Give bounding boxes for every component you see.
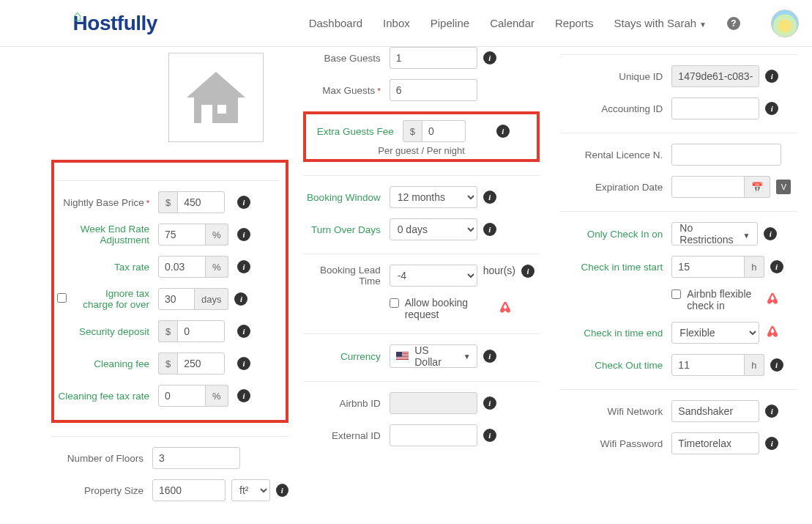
help-icon[interactable]: ? [727,17,740,30]
nav-links: Dashboard Inbox Pipeline Calendar Report… [309,10,799,37]
expiration-input[interactable] [671,176,745,198]
weekend-rate-input[interactable] [158,224,206,246]
checkin-end-select[interactable]: Flexible [671,322,759,344]
info-icon[interactable]: i [237,260,250,273]
column-details: Unique ID i Accounting ID i Rental Licen… [560,47,797,512]
avatar[interactable] [771,10,799,37]
info-icon[interactable]: i [483,191,496,204]
info-icon[interactable]: i [237,196,250,209]
only-checkin-select[interactable]: No Restrictions ▼ [671,222,758,246]
percent-unit: % [206,256,228,278]
booking-window-select[interactable]: 12 months [390,186,477,208]
security-deposit-input[interactable] [177,320,225,342]
extra-guests-label: Extra Guests Fee [310,126,397,137]
info-icon[interactable]: i [483,396,496,410]
currency-symbol: $ [403,120,422,142]
info-icon[interactable]: i [483,223,496,236]
info-icon[interactable]: i [765,405,778,418]
ignore-tax-checkbox[interactable] [57,293,67,303]
ignore-tax-label: Ignore tax charge for over [76,288,152,310]
airbnb-flex-checkbox[interactable] [671,289,681,299]
expiration-label: Expiration Date [560,182,666,193]
floors-input[interactable] [152,447,240,469]
currency-symbol: $ [158,353,177,374]
info-icon[interactable]: i [483,350,496,363]
info-icon[interactable]: i [237,389,250,402]
max-guests-label: Max Guests [303,85,384,96]
top-nav: ⌂ Hostfully Dashboard Inbox Pipeline Cal… [0,0,812,47]
info-icon[interactable]: i [765,102,778,115]
currency-select[interactable]: US Dollar ▼ [390,344,477,368]
max-guests-input[interactable] [390,79,477,101]
info-icon[interactable]: i [770,260,783,273]
info-icon[interactable]: i [765,437,778,450]
info-icon[interactable]: i [234,292,247,306]
validate-button[interactable]: V [776,180,791,194]
extra-guests-highlight-box: Extra Guests Fee $ i Per guest / Per nig… [303,111,540,162]
nav-inbox[interactable]: Inbox [383,17,410,29]
info-icon[interactable]: i [483,51,496,64]
airbnb-flex-label: Airbnb flexible check in [687,288,759,311]
allow-request-checkbox[interactable] [390,298,399,308]
wifi-pass-label: Wifi Password [560,438,666,449]
info-icon[interactable]: i [237,228,250,241]
only-checkin-value: No Restrictions [679,222,738,246]
size-unit-select[interactable]: ft² [231,479,270,501]
checkin-start-label: Check in time start [560,262,666,273]
extra-guests-note: Per guest / Per night [310,145,533,156]
days-unit: days [195,288,228,310]
property-thumbnail[interactable] [168,53,264,142]
info-icon[interactable]: i [770,358,783,372]
lead-time-label: Booking Lead Time [303,265,384,287]
cleaning-fee-input[interactable] [177,353,225,374]
unique-id-input [671,65,759,87]
nav-pipeline[interactable]: Pipeline [431,17,469,29]
info-icon[interactable]: i [521,265,534,278]
accounting-id-input[interactable] [671,97,759,119]
nightly-price-input[interactable] [177,191,225,213]
wifi-net-input[interactable] [671,400,759,422]
svg-rect-0 [201,105,212,123]
checkin-start-input[interactable] [671,256,745,278]
checkout-input[interactable] [671,354,745,376]
nightly-price-label: Nightly Base Price [57,197,152,208]
hour-unit: h [745,256,764,278]
size-input[interactable] [152,479,226,501]
weekend-rate-label: Week End Rate Adjustment [57,224,152,246]
cleaning-tax-input[interactable] [158,385,206,407]
info-icon[interactable]: i [483,429,496,442]
licence-label: Rental Licence N. [560,150,666,160]
nav-calendar[interactable]: Calendar [490,17,534,29]
logo-roof-icon: ⌂ [73,7,82,24]
wifi-pass-input[interactable] [671,432,759,454]
ignore-tax-days-input[interactable] [158,288,195,310]
base-guests-input[interactable] [390,47,477,69]
size-label: Property Size [51,485,146,496]
nav-user-label: Stays with Sarah [614,17,697,29]
nav-reports[interactable]: Reports [555,17,594,29]
licence-input[interactable] [671,144,781,166]
info-icon[interactable]: i [237,357,250,370]
airbnb-id-input [390,392,477,414]
info-icon[interactable]: i [276,484,288,497]
brand-logo[interactable]: ⌂ Hostfully [66,12,157,35]
external-id-input[interactable] [390,424,477,446]
calendar-icon[interactable]: 📅 [745,176,770,198]
info-icon[interactable]: i [765,70,778,83]
info-icon[interactable]: i [496,125,510,138]
nav-dashboard[interactable]: Dashboard [309,17,362,29]
info-icon[interactable]: i [237,325,250,338]
currency-value: US Dollar [414,344,458,368]
lead-time-select[interactable]: -4 [390,265,477,287]
pricing-highlight-box: Nightly Base Price $ i Week End Rate Adj… [51,160,288,423]
unique-id-label: Unique ID [560,71,666,82]
tax-rate-input[interactable] [158,256,206,278]
nightly-price-input-group: $ [158,191,231,213]
cleaning-fee-label: Cleaning fee [57,358,152,369]
turnover-select[interactable]: 0 days [390,218,477,240]
only-checkin-label: Only Check In on [560,229,666,240]
extra-guests-input[interactable] [422,120,466,142]
nav-user-menu[interactable]: Stays with Sarah ▼ [614,17,707,29]
column-booking: Base Guests i Max Guests Extra Guests Fe… [303,47,540,512]
info-icon[interactable]: i [764,227,777,240]
